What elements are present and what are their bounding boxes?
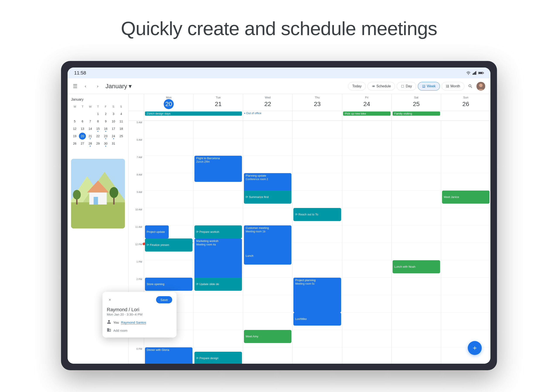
mini-day[interactable]: 25 [118, 133, 125, 140]
mini-day-label-w: W [87, 104, 94, 109]
mini-day[interactable]: 28 [87, 140, 94, 147]
search-button[interactable] [466, 82, 475, 91]
time-cell [392, 190, 441, 208]
all-day-event-bike[interactable]: Pick up new bike [343, 111, 391, 116]
time-cell [392, 277, 441, 295]
next-nav-button[interactable]: › [93, 82, 102, 91]
event-project-update[interactable]: Project update [145, 225, 169, 239]
event-meet-amy[interactable]: Meet Amy [244, 330, 291, 343]
mini-day-today[interactable]: 20 [79, 133, 86, 140]
today-button[interactable]: Today [348, 82, 366, 91]
mini-day[interactable]: 21 [87, 133, 94, 140]
mini-day[interactable]: 6 [79, 118, 86, 125]
mini-day[interactable]: 29 [94, 140, 101, 147]
svg-rect-7 [479, 72, 482, 73]
mini-day[interactable]: 3 [110, 111, 117, 117]
mini-day[interactable]: 8 [94, 118, 101, 125]
mini-day[interactable]: 10 [110, 118, 117, 125]
mini-day-label-m: M [71, 104, 79, 109]
mini-day[interactable]: 17 [110, 125, 117, 132]
time-cell [342, 173, 392, 190]
popup-add-room-text[interactable]: Add room [113, 329, 128, 332]
event-lori-mike[interactable]: Lori/Mike [293, 313, 341, 326]
mini-day[interactable]: 12 [71, 125, 78, 132]
mini-day[interactable]: 1 [94, 111, 101, 117]
event-prepare-design[interactable]: ⟳ Prepare design [194, 352, 242, 364]
popup-save-button[interactable]: Save [156, 296, 172, 303]
all-day-cell-mon: Zürich design days [144, 111, 243, 120]
week-view-button[interactable]: Week [418, 82, 440, 91]
time-cell [243, 155, 292, 173]
mini-day[interactable]: 5 [71, 118, 78, 125]
all-day-row: Zürich design days ● Out of office Pick … [129, 111, 490, 121]
mini-day[interactable]: 15 [94, 125, 101, 132]
event-store[interactable]: Store opening [145, 278, 192, 291]
mini-day[interactable] [71, 111, 78, 117]
day-header-sat: Sat 25 [392, 94, 441, 111]
mini-day[interactable]: 31 [110, 140, 117, 147]
mini-day[interactable] [79, 111, 86, 117]
mini-calendar-header: January [71, 98, 125, 102]
mini-day[interactable] [87, 111, 94, 117]
event-summarize[interactable]: ⟳ Summarize find [244, 191, 291, 204]
popup-close-button[interactable]: × [107, 297, 113, 303]
prev-nav-button[interactable]: ‹ [81, 82, 90, 91]
mini-day[interactable]: 2 [102, 111, 109, 117]
mini-day[interactable]: 16 [102, 125, 109, 132]
event-flight[interactable]: Flight to Barcelona Zürich ZRH [194, 156, 242, 182]
time-cell [342, 121, 392, 138]
mini-day[interactable]: 14 [87, 125, 94, 132]
time-label-7am: 7 AM [129, 155, 144, 173]
event-project-planning[interactable]: Project planning Meeting room 5c [293, 278, 341, 313]
time-cell [144, 138, 193, 155]
time-cell: Lunch with Noah [392, 260, 441, 277]
event-reachout[interactable]: ⟳ Reach out to To [293, 208, 341, 221]
mini-day[interactable]: 18 [118, 125, 125, 132]
schedule-view-button[interactable]: Schedule [367, 82, 395, 91]
event-marketing[interactable]: Marketing worksh Meeting room 4a [194, 239, 242, 282]
event-janice[interactable]: Meet Janice [442, 191, 489, 204]
mini-day[interactable]: 26 [71, 140, 78, 147]
event-dinner[interactable]: Dinner with Gloria [145, 347, 192, 364]
event-prepare-wksh[interactable]: ⟳ Prepare worksh [194, 225, 242, 239]
fab-create-button[interactable]: + [468, 341, 482, 355]
svg-rect-6 [483, 73, 484, 73]
mini-day[interactable]: 22 [94, 133, 101, 140]
time-cell [392, 121, 441, 138]
mini-day[interactable]: 30 [102, 140, 109, 147]
user-avatar[interactable] [477, 82, 485, 91]
all-day-event-zurich[interactable]: Zürich design days [145, 111, 242, 116]
day-view-button[interactable]: Day [397, 82, 416, 91]
event-update-slide[interactable]: ⟳ Update slide de [194, 278, 242, 291]
attendee-raymond[interactable]: Raymond Santos [121, 321, 146, 324]
popup-time: Mon Jan 20 · 3:30–4 PM [107, 313, 172, 316]
mini-day[interactable]: 11 [118, 118, 125, 125]
menu-icon[interactable]: ☰ [73, 83, 78, 89]
mini-day[interactable]: 9 [102, 118, 109, 125]
svg-rect-3 [474, 72, 475, 75]
mini-day[interactable]: 27 [79, 140, 86, 147]
time-cell [441, 138, 490, 155]
mini-day[interactable]: 19 [71, 133, 78, 140]
event-lunch-wed[interactable]: Lunch [244, 247, 291, 264]
room-icon [107, 328, 111, 333]
all-day-cell-thu [292, 111, 342, 120]
event-lunch-noah[interactable]: Lunch with Noah [392, 260, 440, 273]
mini-day[interactable]: 7 [87, 118, 94, 125]
mini-day[interactable]: 24 [110, 133, 117, 140]
time-label-6pm: 6 PM [129, 347, 144, 364]
time-cell [243, 277, 292, 295]
mini-day [71, 147, 78, 154]
mini-day[interactable]: 23 [102, 133, 109, 140]
month-title[interactable]: January ▾ [105, 83, 132, 90]
time-cell [441, 260, 490, 277]
time-cell [392, 312, 441, 330]
event-finalize[interactable]: ⟳ Finalize presen [145, 239, 192, 252]
mini-day[interactable]: 13 [79, 125, 86, 132]
battery-icon [478, 71, 484, 75]
time-cell [144, 260, 193, 277]
month-view-button[interactable]: Month [442, 82, 464, 91]
all-day-event-family[interactable]: Family visiting [392, 111, 440, 116]
all-day-event-ooo[interactable]: ● Out of office [244, 111, 291, 115]
mini-day[interactable]: 4 [118, 111, 125, 117]
